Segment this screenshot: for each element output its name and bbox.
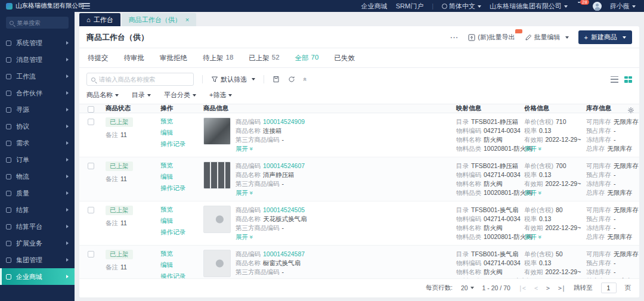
first-page-button[interactable]: |<	[519, 285, 526, 291]
status-tabs: 待提交 待审批 审批拒绝 待上架18 已上架52 全部70 已失效	[79, 48, 639, 68]
portal-link[interactable]: SRM门户	[396, 2, 423, 11]
edit-link[interactable]: 编辑	[160, 173, 203, 181]
save-filter-button[interactable]	[273, 76, 280, 83]
chevron-down-icon	[228, 94, 232, 97]
agreement-icon	[6, 124, 11, 129]
expand-link[interactable]: 展开»	[524, 188, 542, 197]
menu-search-input[interactable]	[17, 20, 64, 26]
new-badge	[515, 29, 522, 33]
tab-listed[interactable]: 已上架52	[249, 54, 279, 63]
col-mapping-info: 映射信息	[456, 104, 524, 113]
avatar[interactable]	[593, 2, 602, 11]
sidebar-item-system[interactable]: 系统管理	[0, 35, 75, 51]
demand-icon	[6, 141, 11, 146]
preview-link[interactable]: 预览	[160, 250, 203, 258]
operation-log-link[interactable]: 操作记录	[160, 184, 203, 193]
tab-pending-approval[interactable]: 待审批	[124, 54, 145, 63]
expand-link[interactable]: 展开»	[236, 188, 253, 197]
grid-view-icon[interactable]	[624, 76, 632, 83]
prev-page-button[interactable]: <	[534, 285, 538, 291]
notification-badge: 28	[580, 0, 589, 5]
select-all-checkbox[interactable]	[88, 106, 94, 113]
tab-expired[interactable]: 已失效	[334, 54, 355, 63]
batch-export-button[interactable]: (新)批量导出	[468, 33, 515, 42]
sidebar-item-quality[interactable]: 质量	[0, 185, 75, 201]
product-search[interactable]	[86, 73, 194, 86]
row-checkbox[interactable]	[88, 163, 94, 169]
status-badge: 已上架	[106, 250, 133, 259]
sidebar-item-partner[interactable]: 合作伙伴	[0, 85, 75, 101]
row-checkbox[interactable]	[88, 251, 94, 257]
refresh-button[interactable]	[288, 76, 295, 83]
brand: 山东格瑞德集团有限公司	[0, 2, 75, 10]
product-code-link[interactable]: 100014524909	[263, 118, 305, 125]
sidebar-item-workflow[interactable]: 工作流	[0, 68, 75, 85]
column-settings-gear-icon[interactable]	[627, 107, 634, 114]
product-code-link[interactable]: 100014524505	[263, 206, 305, 213]
sidebar-item-demand[interactable]: 需求	[0, 135, 75, 151]
product-code-link[interactable]: 100014524607	[263, 162, 305, 169]
operation-log-link[interactable]: 操作记录	[160, 140, 203, 148]
mall-link[interactable]: 企业商城	[361, 2, 388, 11]
tab-all[interactable]: 全部70	[295, 54, 319, 63]
list-view-icon[interactable]	[611, 76, 618, 83]
collapse-button[interactable]: «	[304, 76, 307, 83]
product-code-link[interactable]: 100014524587	[263, 250, 305, 257]
tab-to-be-listed[interactable]: 待上架18	[203, 54, 233, 63]
more-button[interactable]: ···	[450, 34, 459, 41]
tab-pending-submit[interactable]: 待提交	[88, 54, 109, 63]
chevron-right-icon	[66, 58, 69, 61]
operation-log-link[interactable]: 操作记录	[160, 228, 203, 237]
product-search-input[interactable]	[99, 76, 189, 83]
close-icon[interactable]: ×	[185, 16, 189, 23]
tab-workbench[interactable]: ⌂工作台	[79, 13, 120, 26]
chip-catalog[interactable]: 目录	[132, 91, 151, 100]
sidebar-item-sourcing[interactable]: 寻源	[0, 101, 75, 118]
edit-link[interactable]: 编辑	[160, 261, 203, 269]
edit-link[interactable]: 编辑	[160, 129, 203, 137]
preview-link[interactable]: 预览	[160, 206, 203, 214]
sidebar-item-settlement-platform[interactable]: 结算平台	[0, 218, 75, 235]
batch-edit-button[interactable]: 批量编辑	[525, 33, 569, 42]
sidebar-item-settlement[interactable]: 结算	[0, 201, 75, 218]
expand-link[interactable]: 展开»	[236, 144, 253, 153]
sidebar-item-message[interactable]: 消息管理	[0, 51, 75, 68]
expand-link[interactable]: 展开»	[524, 232, 542, 241]
menu-search[interactable]	[6, 17, 69, 29]
language-select[interactable]: 简体中文	[442, 2, 481, 11]
sidebar-item-group[interactable]: 集团管理	[0, 252, 75, 268]
hamburger-icon[interactable]	[82, 3, 90, 9]
last-page-button[interactable]: >|	[558, 285, 565, 291]
expand-link[interactable]: 展开»	[524, 144, 542, 153]
chip-platform-category[interactable]: 平台分类	[164, 91, 196, 100]
rows-per-page-select[interactable]: 20	[461, 284, 474, 291]
tab-product-workbench[interactable]: 商品工作台（供）×	[122, 13, 196, 26]
product-thumbnail	[203, 117, 231, 145]
row-checkbox[interactable]	[88, 207, 94, 213]
notification-bell[interactable]: 28	[576, 2, 584, 10]
chip-product-name[interactable]: 商品名称	[86, 91, 119, 100]
chip-add-filter[interactable]: +筛选	[209, 91, 232, 100]
chevron-right-icon	[66, 191, 69, 195]
sidebar-item-logistics[interactable]: 物流	[0, 168, 75, 185]
preview-link[interactable]: 预览	[160, 162, 203, 170]
page-number-input[interactable]	[601, 283, 617, 293]
operation-log-link[interactable]: 操作记录	[160, 272, 203, 278]
user-menu[interactable]: 薛小薇	[610, 2, 636, 11]
preview-link[interactable]: 预览	[160, 117, 203, 126]
default-filter-select[interactable]: 默认筛选	[211, 75, 255, 84]
sidebar-item-mall[interactable]: 企业商城	[0, 268, 75, 285]
new-product-button[interactable]: + 新建商品	[578, 30, 632, 44]
chevron-right-icon	[66, 75, 69, 78]
tab-rejected[interactable]: 审批拒绝	[160, 54, 187, 63]
next-page-button[interactable]: >	[546, 285, 550, 291]
expand-link[interactable]: 展开»	[236, 232, 253, 241]
edit-link[interactable]: 编辑	[160, 217, 203, 225]
col-price-info: 价格信息	[524, 104, 586, 113]
status-badge: 已上架	[106, 117, 133, 127]
sidebar-item-extension[interactable]: 扩展业务	[0, 235, 75, 252]
sidebar-item-order[interactable]: 订单	[0, 151, 75, 168]
sidebar-item-agreement[interactable]: 协议	[0, 118, 75, 135]
row-checkbox[interactable]	[88, 119, 94, 125]
org-select[interactable]: 山东格瑞德集团有限公司	[490, 2, 568, 11]
